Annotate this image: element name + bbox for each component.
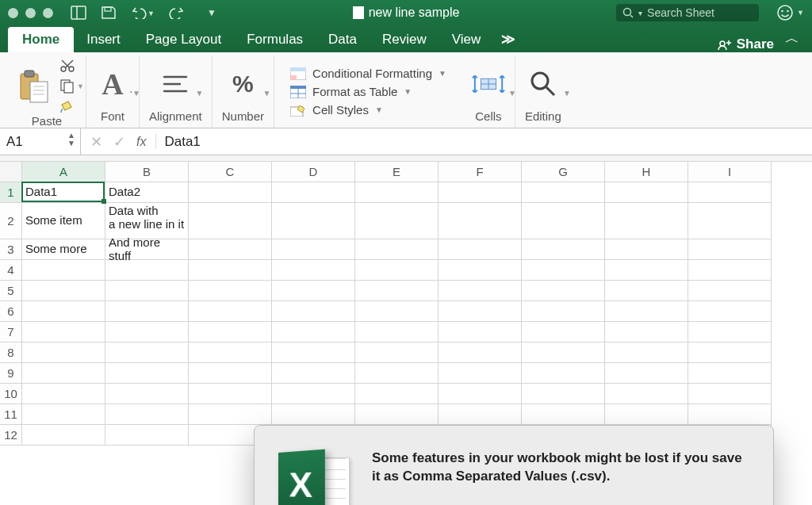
cell[interactable]: [189, 281, 272, 301]
cell[interactable]: [272, 342, 355, 363]
spreadsheet-grid[interactable]: ABCDEFGHI1Data1Data22Some itemData with …: [0, 162, 812, 446]
cell[interactable]: [22, 425, 105, 446]
formula-input[interactable]: Data1: [156, 134, 812, 150]
cell[interactable]: [272, 260, 355, 281]
editing-button[interactable]: ▼: [527, 67, 560, 101]
select-all-corner[interactable]: [0, 162, 22, 182]
cell[interactable]: [105, 301, 189, 322]
cell[interactable]: [105, 322, 189, 342]
cell[interactable]: [605, 404, 688, 425]
row-header[interactable]: 6: [0, 301, 22, 322]
close-window-button[interactable]: [8, 8, 18, 18]
cell[interactable]: [22, 404, 105, 425]
cell[interactable]: [439, 239, 522, 260]
tab-view[interactable]: View: [439, 27, 494, 52]
cell[interactable]: [605, 322, 688, 342]
cell[interactable]: [688, 384, 772, 404]
tab-insert[interactable]: Insert: [74, 27, 133, 52]
cell[interactable]: [355, 239, 439, 260]
cell-styles-button[interactable]: Cell Styles▼: [290, 103, 446, 117]
cell[interactable]: [22, 342, 105, 363]
cell[interactable]: [272, 239, 355, 260]
column-header[interactable]: G: [522, 162, 605, 182]
cell[interactable]: [272, 363, 355, 384]
cell[interactable]: [272, 404, 355, 425]
cell[interactable]: Data with a new line in it: [105, 203, 189, 239]
cell[interactable]: Some item: [22, 203, 105, 239]
toolbar-panel-icon[interactable]: [71, 5, 86, 21]
cell[interactable]: [22, 322, 105, 342]
cell[interactable]: [605, 203, 688, 239]
cell[interactable]: [688, 322, 772, 342]
row-header[interactable]: 3: [0, 239, 22, 260]
row-header[interactable]: 12: [0, 425, 22, 446]
number-format-button[interactable]: % ▼: [226, 67, 259, 101]
column-header[interactable]: C: [189, 162, 272, 182]
cell[interactable]: [22, 384, 105, 404]
tabs-overflow-button[interactable]: ≫: [493, 26, 523, 52]
cell[interactable]: [189, 182, 272, 203]
cell[interactable]: [105, 363, 189, 384]
row-header[interactable]: 9: [0, 363, 22, 384]
confirm-edit-icon[interactable]: ✓: [113, 133, 125, 151]
cell[interactable]: [189, 260, 272, 281]
cell[interactable]: [355, 322, 439, 342]
name-box-stepper[interactable]: ▲▼: [67, 132, 75, 147]
cell[interactable]: [355, 363, 439, 384]
cell[interactable]: [522, 182, 605, 203]
cell[interactable]: [189, 404, 272, 425]
minimize-window-button[interactable]: [25, 8, 36, 18]
cell[interactable]: [272, 301, 355, 322]
feedback-icon[interactable]: ▼: [776, 4, 804, 21]
paste-button[interactable]: [17, 70, 51, 103]
row-header[interactable]: 2: [0, 203, 22, 239]
cell[interactable]: [605, 260, 688, 281]
cell[interactable]: [688, 342, 772, 363]
cell[interactable]: [439, 301, 522, 322]
cell[interactable]: [605, 342, 688, 363]
column-header[interactable]: B: [105, 162, 189, 182]
share-button[interactable]: Share: [718, 36, 780, 52]
cell[interactable]: [355, 281, 439, 301]
column-header[interactable]: E: [355, 162, 439, 182]
qat-customize-icon[interactable]: ▼: [204, 5, 220, 21]
fx-label[interactable]: fx: [136, 135, 146, 149]
column-header[interactable]: D: [272, 162, 355, 182]
conditional-formatting-button[interactable]: Conditional Formatting▼: [290, 67, 446, 80]
cell[interactable]: Data2: [105, 182, 189, 203]
cell[interactable]: [605, 363, 688, 384]
cell[interactable]: [439, 281, 522, 301]
save-icon[interactable]: [101, 5, 117, 21]
cell[interactable]: [605, 281, 688, 301]
cell[interactable]: [105, 342, 189, 363]
column-header[interactable]: F: [439, 162, 522, 182]
cell[interactable]: [522, 260, 605, 281]
alignment-button[interactable]: ▼: [159, 67, 192, 101]
cell[interactable]: [272, 281, 355, 301]
row-header[interactable]: 5: [0, 281, 22, 301]
cell[interactable]: [355, 182, 439, 203]
tab-data[interactable]: Data: [316, 27, 370, 52]
cell[interactable]: [522, 301, 605, 322]
cell[interactable]: [189, 203, 272, 239]
cell[interactable]: [688, 281, 772, 301]
cell[interactable]: [272, 203, 355, 239]
search-sheet-input[interactable]: ▾ Search Sheet: [616, 4, 759, 21]
cell[interactable]: [189, 322, 272, 342]
cell[interactable]: [522, 342, 605, 363]
cell[interactable]: [439, 203, 522, 239]
cell[interactable]: [272, 322, 355, 342]
cell[interactable]: Some more: [22, 239, 105, 260]
cell[interactable]: [189, 363, 272, 384]
cell[interactable]: [105, 260, 189, 281]
cell[interactable]: [355, 384, 439, 404]
column-header[interactable]: H: [605, 162, 688, 182]
cell[interactable]: [439, 342, 522, 363]
cell[interactable]: [439, 363, 522, 384]
cell[interactable]: [439, 404, 522, 425]
name-box[interactable]: A1 ▲▼: [0, 128, 81, 155]
cell[interactable]: [22, 260, 105, 281]
cell[interactable]: [439, 260, 522, 281]
format-painter-icon[interactable]: [59, 100, 76, 114]
cut-icon[interactable]: [59, 59, 76, 73]
